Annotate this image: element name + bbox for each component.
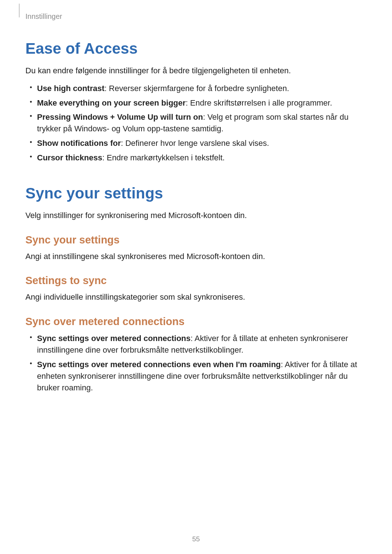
list-item-desc: : Reverser skjermfargene for å forbedre … xyxy=(105,84,289,93)
list-sync-over-metered: Sync settings over metered connections: … xyxy=(25,333,367,393)
list-item: Pressing Windows + Volume Up will turn o… xyxy=(37,111,367,135)
list-item: Show notifications for: Definerer hvor l… xyxy=(37,138,367,149)
list-item: Use high contrast: Reverser skjermfargen… xyxy=(37,83,367,94)
subheading-sync-your-settings: Sync your settings xyxy=(25,234,367,246)
list-item-term: Show notifications for xyxy=(37,139,121,148)
list-item: Make everything on your screen bigger: E… xyxy=(37,97,367,109)
list-item: Cursor thickness: Endre markørtykkelsen … xyxy=(37,152,367,164)
page: Innstillinger Ease of Access Du kan endr… xyxy=(0,0,392,554)
list-item-term: Cursor thickness xyxy=(37,153,102,162)
heading-ease-of-access: Ease of Access xyxy=(25,40,367,57)
list-item-term: Sync settings over metered connections e… xyxy=(37,360,281,369)
list-ease-of-access: Use high contrast: Reverser skjermfargen… xyxy=(25,83,367,164)
list-item-desc: : Endre markørtykkelsen i tekstfelt. xyxy=(102,153,225,162)
list-item-term: Sync settings over metered connections xyxy=(37,334,191,343)
list-item-desc: : Definerer hvor lenge varslene skal vis… xyxy=(121,139,269,148)
intro-ease-of-access: Du kan endre følgende innstillinger for … xyxy=(25,65,367,76)
list-item-term: Pressing Windows + Volume Up will turn o… xyxy=(37,112,203,122)
body-settings-to-sync: Angi individuelle innstillingskategorier… xyxy=(25,292,367,303)
list-item-term: Use high contrast xyxy=(37,84,105,93)
header-rule xyxy=(19,4,20,17)
body-sync-your-settings: Angi at innstillingene skal synkronisere… xyxy=(25,251,367,262)
list-item-desc: : Endre skriftstørrelsen i alle programm… xyxy=(186,98,332,107)
heading-sync-your-settings: Sync your settings xyxy=(25,185,367,202)
intro-sync-your-settings: Velg innstillinger for synkronisering me… xyxy=(25,210,367,221)
list-item: Sync settings over metered connections: … xyxy=(37,333,367,356)
page-number: 55 xyxy=(0,535,392,543)
subheading-settings-to-sync: Settings to sync xyxy=(25,275,367,287)
list-item-term: Make everything on your screen bigger xyxy=(37,98,186,107)
breadcrumb: Innstillinger xyxy=(25,12,62,21)
content-body: Ease of Access Du kan endre følgende inn… xyxy=(25,40,367,394)
list-item: Sync settings over metered connections e… xyxy=(37,359,367,394)
subheading-sync-over-metered: Sync over metered connections xyxy=(25,316,367,328)
